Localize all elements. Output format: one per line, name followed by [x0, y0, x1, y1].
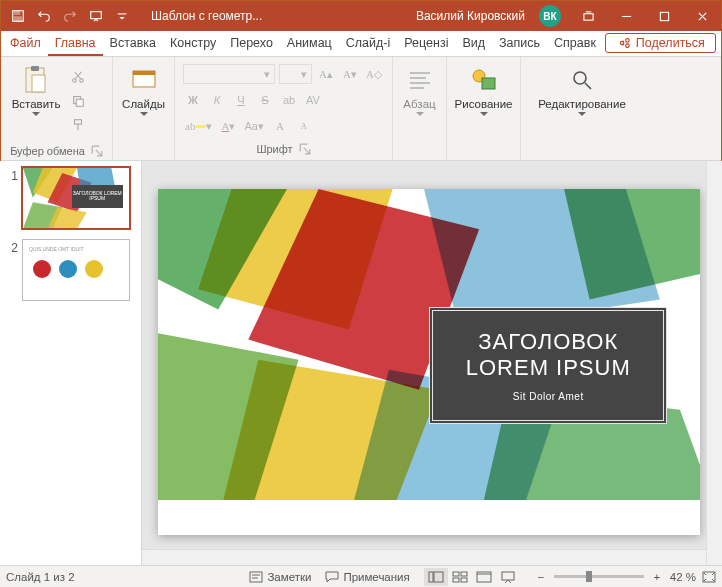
qat-customize-icon[interactable] — [111, 5, 133, 27]
bold-button[interactable]: Ж — [183, 90, 203, 110]
svg-rect-56 — [502, 572, 514, 580]
svg-rect-52 — [453, 578, 459, 582]
decrease-font-icon[interactable]: A▾ — [340, 64, 360, 84]
paragraph-icon — [404, 64, 436, 96]
cut-icon[interactable] — [67, 66, 89, 88]
tab-home[interactable]: Главна — [48, 32, 103, 56]
shadow-button[interactable]: ab — [279, 90, 299, 110]
font-color-icon[interactable]: A▾ — [218, 116, 238, 136]
slide-thumbnail-1[interactable]: ЗАГОЛОВОК LOREM IPSUM — [22, 167, 130, 229]
svg-rect-11 — [31, 66, 39, 71]
chevron-down-icon — [480, 112, 488, 117]
slide-counter: Слайд 1 из 2 — [6, 571, 75, 583]
thumb2-header: QUIS UNDE OMT IDUIT — [29, 246, 123, 254]
vertical-scrollbar[interactable] — [706, 161, 722, 565]
copy-icon[interactable] — [67, 90, 89, 112]
svg-point-14 — [80, 79, 84, 83]
tab-file[interactable]: Файл — [3, 32, 48, 56]
ribbon-display-icon[interactable] — [569, 1, 607, 31]
svg-rect-12 — [32, 75, 45, 92]
reading-view-icon[interactable] — [472, 568, 496, 586]
slides-button[interactable]: Слайды — [119, 62, 168, 117]
format-painter-icon[interactable] — [67, 114, 89, 136]
title-line1: ЗАГОЛОВОК — [478, 329, 618, 354]
chevron-down-icon — [416, 112, 424, 117]
clipboard-icon — [20, 64, 52, 96]
svg-rect-5 — [583, 13, 592, 19]
slideshow-view-icon[interactable] — [496, 568, 520, 586]
slide-thumbnails-panel[interactable]: 1 ЗАГОЛОВОК LOREM IPSUM 2 QUIS UNDE OMT … — [0, 161, 142, 565]
save-icon[interactable] — [7, 5, 29, 27]
paragraph-label: Абзац — [403, 98, 435, 110]
tab-animations[interactable]: Анимац — [280, 32, 339, 56]
maximize-icon[interactable] — [645, 1, 683, 31]
tab-slideshow[interactable]: Слайд-і — [339, 32, 398, 56]
svg-rect-48 — [429, 572, 433, 582]
tab-recording[interactable]: Запись — [492, 32, 547, 56]
underline-button[interactable]: Ч — [231, 90, 251, 110]
normal-view-icon[interactable] — [424, 568, 448, 586]
strike-button[interactable]: S — [255, 90, 275, 110]
increase-font-icon[interactable]: A▴ — [316, 64, 336, 84]
char-spacing-icon[interactable]: AV — [303, 90, 323, 110]
zoom-slider[interactable] — [554, 575, 644, 578]
tab-transitions[interactable]: Перехо — [223, 32, 280, 56]
change-case-icon[interactable]: Aa▾ — [242, 116, 265, 136]
new-slide-icon — [128, 64, 160, 96]
title-text-box[interactable]: ЗАГОЛОВОК LOREM IPSUM Sit Dolor Amet — [429, 307, 667, 425]
slide-thumbnail-2[interactable]: QUIS UNDE OMT IDUIT — [22, 239, 130, 301]
thumb-number: 2 — [4, 239, 18, 255]
slide-canvas-area[interactable]: ЗАГОЛОВОК LOREM IPSUM Sit Dolor Amet — [142, 161, 722, 565]
svg-point-13 — [73, 79, 77, 83]
clipboard-launcher-icon[interactable] — [91, 145, 103, 157]
drawing-label: Рисование — [455, 98, 513, 110]
subtitle-text: Sit Dolor Amet — [513, 391, 584, 402]
svg-rect-2 — [15, 17, 22, 21]
paste-button[interactable]: Вставить — [7, 62, 65, 117]
svg-rect-4 — [118, 13, 127, 14]
chevron-down-icon — [140, 112, 148, 117]
share-label: Поделиться — [636, 36, 705, 50]
shapes-icon — [468, 64, 500, 96]
horizontal-scrollbar[interactable] — [142, 549, 706, 565]
font-group-label: Шрифт — [256, 143, 292, 155]
highlight-color-icon[interactable]: ab▾ — [183, 116, 214, 136]
tab-help[interactable]: Справк — [547, 32, 603, 56]
clear-format-icon[interactable]: A◇ — [364, 64, 384, 84]
svg-rect-50 — [453, 572, 459, 576]
paste-label: Вставить — [12, 98, 61, 110]
redo-icon[interactable] — [59, 5, 81, 27]
tab-review[interactable]: Рецензі — [397, 32, 455, 56]
svg-rect-3 — [91, 12, 102, 19]
zoom-in-icon[interactable]: + — [650, 570, 664, 584]
svg-point-26 — [574, 72, 586, 84]
start-slideshow-icon[interactable] — [85, 5, 107, 27]
sorter-view-icon[interactable] — [448, 568, 472, 586]
share-button[interactable]: Поделиться — [605, 33, 716, 53]
close-icon[interactable] — [683, 1, 721, 31]
undo-icon[interactable] — [33, 5, 55, 27]
circle-icon — [59, 260, 77, 278]
zoom-out-icon[interactable]: − — [534, 570, 548, 584]
tab-insert[interactable]: Вставка — [103, 32, 163, 56]
tab-view[interactable]: Вид — [455, 32, 492, 56]
user-name[interactable]: Василий Кировский — [410, 9, 531, 23]
svg-rect-7 — [660, 12, 668, 20]
slide-canvas[interactable]: ЗАГОЛОВОК LOREM IPSUM Sit Dolor Amet — [158, 189, 700, 535]
notes-button[interactable]: Заметки — [249, 571, 311, 583]
font-grow-icon[interactable]: A — [270, 116, 290, 136]
italic-button[interactable]: К — [207, 90, 227, 110]
font-name-input[interactable]: ▾ — [183, 64, 275, 84]
comments-button[interactable]: Примечания — [325, 571, 409, 583]
font-shrink-icon[interactable]: A — [294, 116, 314, 136]
tab-design[interactable]: Констру — [163, 32, 223, 56]
fit-to-window-icon[interactable] — [702, 570, 716, 584]
font-launcher-icon[interactable] — [299, 143, 311, 155]
minimize-icon[interactable] — [607, 1, 645, 31]
user-avatar[interactable]: ВК — [539, 5, 561, 27]
font-size-input[interactable]: ▾ — [279, 64, 312, 84]
drawing-button[interactable]: Рисование — [453, 62, 514, 117]
zoom-value: 42 % — [670, 571, 696, 583]
editing-button[interactable]: Редактирование — [527, 62, 637, 117]
paragraph-button[interactable]: Абзац — [399, 62, 440, 117]
